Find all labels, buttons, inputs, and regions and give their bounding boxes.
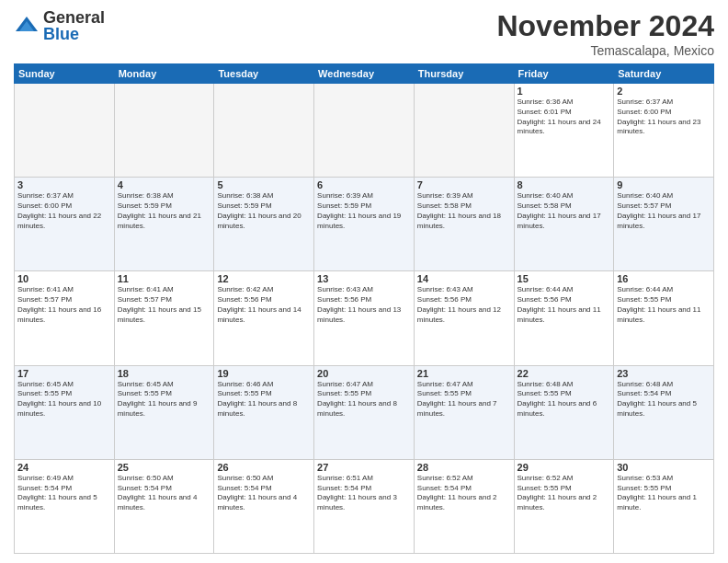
day-info: Sunrise: 6:50 AM Sunset: 5:54 PM Dayligh… [118, 474, 211, 513]
day-number: 11 [118, 273, 211, 284]
col-wednesday: Wednesday [314, 64, 415, 84]
day-number: 24 [17, 462, 111, 473]
day-info: Sunrise: 6:37 AM Sunset: 6:00 PM Dayligh… [17, 191, 111, 231]
day-number: 10 [17, 273, 111, 284]
day-number: 29 [518, 462, 611, 473]
day-number: 17 [17, 368, 111, 379]
day-number: 9 [617, 179, 711, 190]
day-info: Sunrise: 6:36 AM Sunset: 6:01 PM Dayligh… [518, 98, 611, 137]
day-number: 5 [217, 179, 311, 190]
calendar-cell: 23Sunrise: 6:48 AM Sunset: 5:54 PM Dayli… [614, 365, 714, 459]
calendar-cell [214, 84, 314, 178]
day-number: 3 [17, 179, 111, 190]
calendar-cell: 7Sunrise: 6:39 AM Sunset: 5:58 PM Daylig… [414, 178, 514, 271]
day-number: 20 [317, 368, 411, 379]
day-number: 7 [417, 179, 511, 190]
day-info: Sunrise: 6:52 AM Sunset: 5:54 PM Dayligh… [417, 474, 511, 513]
calendar-cell: 8Sunrise: 6:40 AM Sunset: 5:58 PM Daylig… [514, 178, 614, 271]
calendar-cell: 5Sunrise: 6:38 AM Sunset: 5:59 PM Daylig… [214, 178, 314, 271]
calendar-cell [15, 84, 115, 178]
calendar-cell: 4Sunrise: 6:38 AM Sunset: 5:59 PM Daylig… [114, 178, 214, 271]
day-number: 19 [217, 368, 311, 379]
day-info: Sunrise: 6:38 AM Sunset: 5:59 PM Dayligh… [217, 191, 311, 231]
day-number: 13 [317, 273, 411, 284]
calendar-week-2: 10Sunrise: 6:41 AM Sunset: 5:57 PM Dayli… [15, 271, 714, 365]
day-info: Sunrise: 6:52 AM Sunset: 5:55 PM Dayligh… [518, 474, 611, 513]
day-info: Sunrise: 6:44 AM Sunset: 5:55 PM Dayligh… [617, 285, 711, 325]
calendar-table: Sunday Monday Tuesday Wednesday Thursday… [14, 63, 714, 554]
calendar-cell: 29Sunrise: 6:52 AM Sunset: 5:55 PM Dayli… [514, 459, 614, 553]
calendar-week-0: 1Sunrise: 6:36 AM Sunset: 6:01 PM Daylig… [15, 84, 714, 178]
day-number: 12 [217, 273, 311, 284]
day-info: Sunrise: 6:40 AM Sunset: 5:57 PM Dayligh… [617, 191, 711, 231]
day-info: Sunrise: 6:41 AM Sunset: 5:57 PM Dayligh… [17, 285, 111, 325]
calendar-cell: 14Sunrise: 6:43 AM Sunset: 5:56 PM Dayli… [414, 271, 514, 365]
calendar-cell: 13Sunrise: 6:43 AM Sunset: 5:56 PM Dayli… [314, 271, 415, 365]
day-number: 22 [518, 368, 611, 379]
day-info: Sunrise: 6:42 AM Sunset: 5:56 PM Dayligh… [217, 285, 311, 325]
calendar-cell: 22Sunrise: 6:48 AM Sunset: 5:55 PM Dayli… [514, 365, 614, 459]
calendar-cell: 26Sunrise: 6:50 AM Sunset: 5:54 PM Dayli… [214, 459, 314, 553]
day-info: Sunrise: 6:47 AM Sunset: 5:55 PM Dayligh… [417, 380, 511, 419]
col-monday: Monday [114, 64, 214, 84]
day-info: Sunrise: 6:45 AM Sunset: 5:55 PM Dayligh… [17, 380, 111, 419]
day-info: Sunrise: 6:53 AM Sunset: 5:55 PM Dayligh… [617, 474, 711, 513]
day-number: 15 [518, 273, 611, 284]
calendar-cell: 15Sunrise: 6:44 AM Sunset: 5:56 PM Dayli… [514, 271, 614, 365]
calendar-cell: 12Sunrise: 6:42 AM Sunset: 5:56 PM Dayli… [214, 271, 314, 365]
calendar-cell: 20Sunrise: 6:47 AM Sunset: 5:55 PM Dayli… [314, 365, 415, 459]
calendar-cell [314, 84, 415, 178]
day-number: 1 [518, 86, 611, 97]
calendar-cell: 30Sunrise: 6:53 AM Sunset: 5:55 PM Dayli… [614, 459, 714, 553]
day-info: Sunrise: 6:40 AM Sunset: 5:58 PM Dayligh… [518, 191, 611, 231]
day-number: 8 [518, 179, 611, 190]
calendar-cell [414, 84, 514, 178]
calendar-cell: 1Sunrise: 6:36 AM Sunset: 6:01 PM Daylig… [514, 84, 614, 178]
day-number: 2 [617, 86, 711, 97]
day-info: Sunrise: 6:47 AM Sunset: 5:55 PM Dayligh… [317, 380, 411, 419]
day-info: Sunrise: 6:43 AM Sunset: 5:56 PM Dayligh… [417, 285, 511, 325]
day-number: 28 [417, 462, 511, 473]
day-number: 14 [417, 273, 511, 284]
logo-blue-text: Blue [43, 26, 105, 42]
col-sunday: Sunday [15, 64, 115, 84]
logo-text: General Blue [43, 9, 105, 42]
calendar-week-4: 24Sunrise: 6:49 AM Sunset: 5:54 PM Dayli… [15, 459, 714, 553]
day-info: Sunrise: 6:39 AM Sunset: 5:58 PM Dayligh… [417, 191, 511, 231]
day-number: 4 [118, 179, 211, 190]
calendar-cell: 17Sunrise: 6:45 AM Sunset: 5:55 PM Dayli… [15, 365, 115, 459]
calendar-cell: 3Sunrise: 6:37 AM Sunset: 6:00 PM Daylig… [15, 178, 115, 271]
day-number: 30 [617, 462, 711, 473]
day-info: Sunrise: 6:39 AM Sunset: 5:59 PM Dayligh… [317, 191, 411, 231]
calendar-cell: 9Sunrise: 6:40 AM Sunset: 5:57 PM Daylig… [614, 178, 714, 271]
day-info: Sunrise: 6:50 AM Sunset: 5:54 PM Dayligh… [217, 474, 311, 513]
page: General Blue November 2024 Temascalapa, … [0, 0, 728, 563]
logo-general-text: General [43, 9, 105, 26]
calendar-body: 1Sunrise: 6:36 AM Sunset: 6:01 PM Daylig… [15, 84, 714, 554]
day-info: Sunrise: 6:48 AM Sunset: 5:55 PM Dayligh… [518, 380, 611, 419]
day-info: Sunrise: 6:43 AM Sunset: 5:56 PM Dayligh… [317, 285, 411, 325]
calendar-cell: 11Sunrise: 6:41 AM Sunset: 5:57 PM Dayli… [114, 271, 214, 365]
calendar-header: Sunday Monday Tuesday Wednesday Thursday… [15, 64, 714, 84]
day-number: 21 [417, 368, 511, 379]
logo-icon [14, 13, 40, 39]
day-number: 26 [217, 462, 311, 473]
col-saturday: Saturday [614, 64, 714, 84]
calendar-cell: 28Sunrise: 6:52 AM Sunset: 5:54 PM Dayli… [414, 459, 514, 553]
header-row: Sunday Monday Tuesday Wednesday Thursday… [15, 64, 714, 84]
day-info: Sunrise: 6:51 AM Sunset: 5:54 PM Dayligh… [317, 474, 411, 513]
calendar-week-1: 3Sunrise: 6:37 AM Sunset: 6:00 PM Daylig… [15, 178, 714, 271]
header: General Blue November 2024 Temascalapa, … [14, 9, 714, 58]
day-number: 25 [118, 462, 211, 473]
day-info: Sunrise: 6:38 AM Sunset: 5:59 PM Dayligh… [118, 191, 211, 231]
calendar-cell: 19Sunrise: 6:46 AM Sunset: 5:55 PM Dayli… [214, 365, 314, 459]
day-number: 27 [317, 462, 411, 473]
logo: General Blue [14, 9, 105, 42]
day-info: Sunrise: 6:44 AM Sunset: 5:56 PM Dayligh… [518, 285, 611, 325]
calendar-cell: 27Sunrise: 6:51 AM Sunset: 5:54 PM Dayli… [314, 459, 415, 553]
col-friday: Friday [514, 64, 614, 84]
day-number: 18 [118, 368, 211, 379]
calendar-cell: 6Sunrise: 6:39 AM Sunset: 5:59 PM Daylig… [314, 178, 415, 271]
calendar-cell: 21Sunrise: 6:47 AM Sunset: 5:55 PM Dayli… [414, 365, 514, 459]
day-number: 16 [617, 273, 711, 284]
